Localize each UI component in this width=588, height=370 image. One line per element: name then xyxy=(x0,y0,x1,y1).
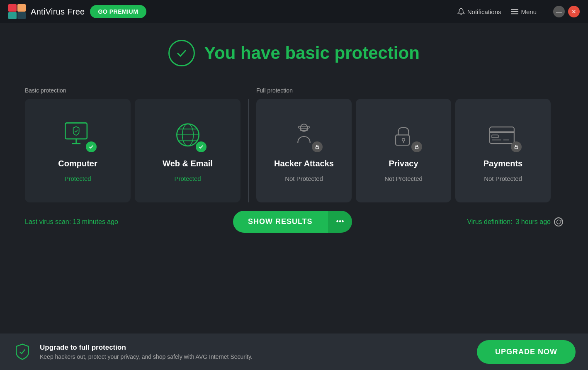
show-results-button[interactable]: SHOW RESULTS xyxy=(233,211,328,233)
refresh-button[interactable] xyxy=(554,217,563,226)
svg-point-20 xyxy=(402,139,405,141)
main-content: You have basic protection Basic protecti… xyxy=(0,23,588,233)
upgrade-title: Upgrade to full protection xyxy=(40,343,253,352)
payments-card-status: Not Protected xyxy=(484,175,522,182)
basic-section: Basic protection xyxy=(25,87,241,202)
virus-definition-info: Virus definition: 3 hours ago xyxy=(467,217,563,226)
computer-badge xyxy=(86,141,97,152)
menu-button[interactable]: Menu xyxy=(511,8,537,15)
svg-rect-3 xyxy=(17,12,26,19)
privacy-icon-wrap xyxy=(385,119,422,152)
web-email-card[interactable]: Web & Email Protected xyxy=(135,99,241,202)
hacker-attacks-card[interactable]: Hacker Attacks Not Protected xyxy=(256,99,352,202)
computer-card[interactable]: Computer Protected xyxy=(25,99,131,202)
status-header: You have basic protection xyxy=(25,40,563,66)
hacker-card-status: Not Protected xyxy=(285,175,323,182)
svg-rect-1 xyxy=(17,4,26,12)
lock-badge-icon xyxy=(315,144,320,149)
svg-rect-18 xyxy=(316,147,319,149)
virus-def-value: 3 hours ago xyxy=(515,218,551,226)
close-button[interactable]: ✕ xyxy=(568,6,580,17)
computer-card-status: Protected xyxy=(64,175,91,182)
upgrade-text-block: Upgrade to full protection Keep hackers … xyxy=(40,343,253,360)
titlebar-right: Notifications Menu — ✕ xyxy=(457,6,580,17)
footer-shield-icon-wrap xyxy=(12,342,32,362)
hacker-card-name: Hacker Attacks xyxy=(274,159,334,168)
full-cards-row: Hacker Attacks Not Protected xyxy=(256,99,563,202)
svg-rect-22 xyxy=(415,147,418,149)
show-results-wrap: SHOW RESULTS ••• xyxy=(233,211,352,233)
section-divider xyxy=(248,99,249,202)
window-controls: — ✕ xyxy=(553,6,580,17)
last-scan-info: Last virus scan: 13 minutes ago xyxy=(25,218,118,226)
titlebar-left: AntiVirus Free GO PREMIUM xyxy=(8,4,146,19)
upgrade-footer: Upgrade to full protection Keep hackers … xyxy=(0,333,588,370)
footer-shield-icon xyxy=(13,343,32,361)
refresh-icon xyxy=(556,219,561,224)
upgrade-footer-left: Upgrade to full protection Keep hackers … xyxy=(12,342,253,362)
upgrade-subtitle: Keep hackers out, protect your privacy, … xyxy=(40,353,253,360)
status-text: You have basic protection xyxy=(204,43,420,63)
full-section-label: Full protection xyxy=(256,87,563,94)
menu-label: Menu xyxy=(521,8,537,15)
web-email-card-status: Protected xyxy=(174,175,201,182)
more-options-button[interactable]: ••• xyxy=(328,211,352,233)
last-scan-label: Last virus scan: xyxy=(25,218,73,225)
privacy-card-status: Not Protected xyxy=(384,175,423,182)
web-email-icon-wrap xyxy=(169,119,207,152)
privacy-card-name: Privacy xyxy=(389,159,418,168)
hacker-badge xyxy=(312,141,323,152)
virus-def-label: Virus definition: xyxy=(467,218,512,226)
minimize-button[interactable]: — xyxy=(553,6,565,17)
svg-rect-2 xyxy=(8,12,17,19)
computer-card-name: Computer xyxy=(58,159,97,168)
titlebar: AntiVirus Free GO PREMIUM Notifications … xyxy=(0,0,588,23)
avg-logo xyxy=(8,4,26,19)
privacy-card[interactable]: Privacy Not Protected xyxy=(356,99,451,202)
lock-badge-payments-icon xyxy=(514,144,519,149)
lock-badge-privacy-icon xyxy=(414,144,419,149)
upgrade-now-button[interactable]: UPGRADE NOW xyxy=(477,340,576,364)
basic-section-label: Basic protection xyxy=(25,87,241,94)
payments-card[interactable]: Payments Not Protected xyxy=(455,99,551,202)
basic-cards-row: Computer Protected xyxy=(25,99,241,202)
last-scan-value: 13 minutes ago xyxy=(73,218,118,225)
full-section: Full protection xyxy=(256,87,563,202)
status-check-circle xyxy=(168,40,195,66)
payments-card-name: Payments xyxy=(484,159,523,168)
bottom-bar: Last virus scan: 13 minutes ago SHOW RES… xyxy=(25,211,563,233)
payments-icon-wrap xyxy=(484,119,522,152)
app-name: AntiVirus Free xyxy=(31,7,85,17)
web-email-badge xyxy=(196,141,207,152)
notifications-button[interactable]: Notifications xyxy=(457,8,501,15)
computer-icon-wrap xyxy=(59,119,97,152)
hacker-attacks-icon-wrap xyxy=(285,119,323,152)
check-icon xyxy=(175,47,188,59)
svg-rect-25 xyxy=(492,135,498,138)
menu-icon xyxy=(511,9,518,15)
svg-rect-7 xyxy=(65,123,87,139)
check-badge-web-icon xyxy=(198,144,204,150)
protection-sections: Basic protection xyxy=(25,87,563,202)
bell-icon xyxy=(457,8,465,15)
status-prefix: You have xyxy=(204,43,285,63)
svg-rect-28 xyxy=(515,147,518,149)
notifications-label: Notifications xyxy=(467,8,501,15)
privacy-badge xyxy=(411,141,422,152)
check-badge-icon xyxy=(88,144,94,150)
svg-rect-0 xyxy=(8,4,17,12)
payments-badge xyxy=(511,141,522,152)
web-email-card-name: Web & Email xyxy=(163,159,213,168)
status-highlight: basic protection xyxy=(285,43,419,63)
go-premium-button[interactable]: GO PREMIUM xyxy=(90,5,147,18)
